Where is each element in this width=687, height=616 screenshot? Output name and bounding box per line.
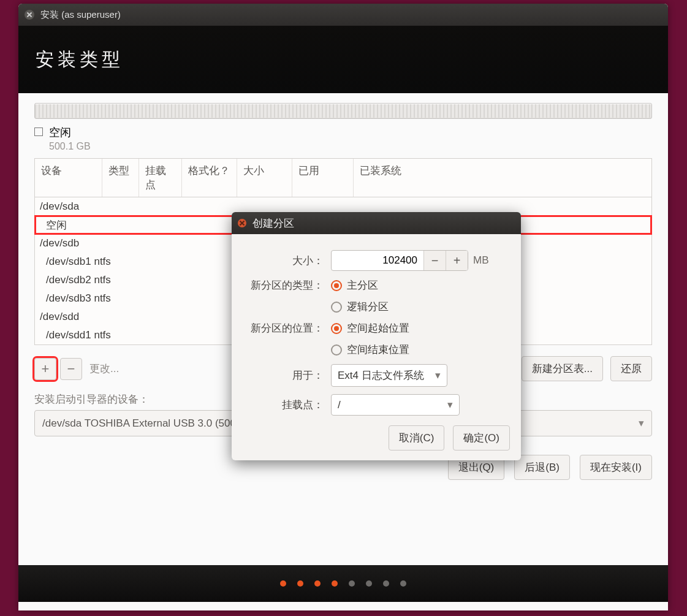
device-name: /dev/sdb xyxy=(40,237,144,249)
install-button[interactable]: 现在安装(I) xyxy=(580,455,652,480)
revert-button[interactable]: 还原 xyxy=(610,356,652,381)
location-begin-label: 空间起始位置 xyxy=(347,321,409,335)
pager-dot[interactable] xyxy=(297,580,303,587)
col-installed[interactable]: 已装系统 xyxy=(354,159,651,197)
window-title: 安装 (as superuser) xyxy=(40,9,121,21)
back-button[interactable]: 后退(B) xyxy=(514,455,570,480)
type-primary-radio[interactable] xyxy=(331,280,342,291)
pager-dot[interactable] xyxy=(383,580,389,587)
size-increment-button[interactable]: + xyxy=(446,251,468,270)
remove-partition-button[interactable]: − xyxy=(60,358,82,380)
partition-table-header: 设备 类型 挂载点 格式化？ 大小 已用 已装系统 xyxy=(35,159,651,197)
location-end-label: 空间结束位置 xyxy=(347,343,409,357)
use-as-label: 用于： xyxy=(243,368,324,382)
pager-dot[interactable] xyxy=(366,580,372,587)
size-spinner[interactable]: − + xyxy=(331,250,468,271)
size-label: 大小： xyxy=(243,254,324,268)
window-close-icon[interactable] xyxy=(25,10,34,20)
col-type[interactable]: 类型 xyxy=(102,159,139,197)
type-primary-label: 主分区 xyxy=(347,278,378,292)
size-input[interactable] xyxy=(332,251,423,270)
device-name: /dev/sdd xyxy=(40,311,144,323)
col-size[interactable]: 大小 xyxy=(237,159,292,197)
size-unit: MB xyxy=(473,254,489,267)
dialog-title: 创建分区 xyxy=(252,216,294,230)
pager-dot[interactable] xyxy=(349,580,355,587)
dialog-cancel-button[interactable]: 取消(C) xyxy=(389,425,445,451)
col-format[interactable]: 格式化？ xyxy=(182,159,237,197)
new-partition-table-button[interactable]: 新建分区表... xyxy=(522,356,603,381)
mount-point-select[interactable]: / ▾ xyxy=(331,394,460,416)
type-label: 新分区的类型： xyxy=(243,278,324,292)
mount-label: 挂载点： xyxy=(243,398,324,412)
device-name: 空闲 xyxy=(46,218,150,232)
type-logical-label: 逻辑分区 xyxy=(347,300,389,314)
type-logical-radio[interactable] xyxy=(331,302,342,313)
chevron-down-icon: ▾ xyxy=(447,398,453,411)
location-label: 新分区的位置： xyxy=(243,321,324,335)
pager-dot[interactable] xyxy=(314,580,321,587)
page-title: 安装类型 xyxy=(18,26,668,93)
chevron-down-icon: ▾ xyxy=(435,369,441,382)
dialog-titlebar: 创建分区 xyxy=(232,212,521,234)
device-name: /dev/sdb3 ntfs xyxy=(46,292,150,305)
device-name: /dev/sdb1 ntfs xyxy=(46,256,150,268)
device-name: /dev/sda xyxy=(40,200,144,213)
free-space-summary: 空闲 500.1 GB xyxy=(34,125,652,152)
filesystem-value: Ext4 日志文件系统 xyxy=(338,368,424,382)
filesystem-select[interactable]: Ext4 日志文件系统 ▾ xyxy=(331,364,447,387)
mount-point-value: / xyxy=(338,399,341,411)
device-name: /dev/sdb2 ntfs xyxy=(46,274,150,286)
col-device[interactable]: 设备 xyxy=(35,159,102,197)
step-pager xyxy=(18,565,668,602)
location-end-radio[interactable] xyxy=(331,344,342,356)
col-used[interactable]: 已用 xyxy=(292,159,354,197)
pager-dot[interactable] xyxy=(280,580,286,587)
disk-usage-bar xyxy=(34,103,652,119)
device-name: /dev/sdd1 ntfs xyxy=(46,329,150,341)
add-partition-button[interactable]: + xyxy=(34,358,56,380)
window-titlebar: 安装 (as superuser) xyxy=(18,4,668,26)
pager-dot[interactable] xyxy=(400,580,406,587)
dialog-ok-button[interactable]: 确定(O) xyxy=(453,425,510,451)
free-space-size: 500.1 GB xyxy=(49,141,91,152)
chevron-down-icon: ▾ xyxy=(639,417,644,430)
bootloader-device-value: /dev/sda TOSHIBA External USB 3.0 (500.1… xyxy=(42,417,262,430)
dialog-close-icon[interactable] xyxy=(238,219,246,227)
pager-dot[interactable] xyxy=(332,580,338,587)
col-mount[interactable]: 挂载点 xyxy=(139,159,182,197)
location-begin-radio[interactable] xyxy=(331,323,342,334)
free-space-swatch xyxy=(34,127,43,136)
free-space-label: 空闲 xyxy=(49,125,91,140)
change-partition-button[interactable]: 更改... xyxy=(89,362,119,376)
create-partition-dialog: 创建分区 大小： − + MB 新分区的类型： 主分区 逻辑分区 新分区的位置：… xyxy=(232,212,521,460)
size-decrement-button[interactable]: − xyxy=(423,251,446,270)
